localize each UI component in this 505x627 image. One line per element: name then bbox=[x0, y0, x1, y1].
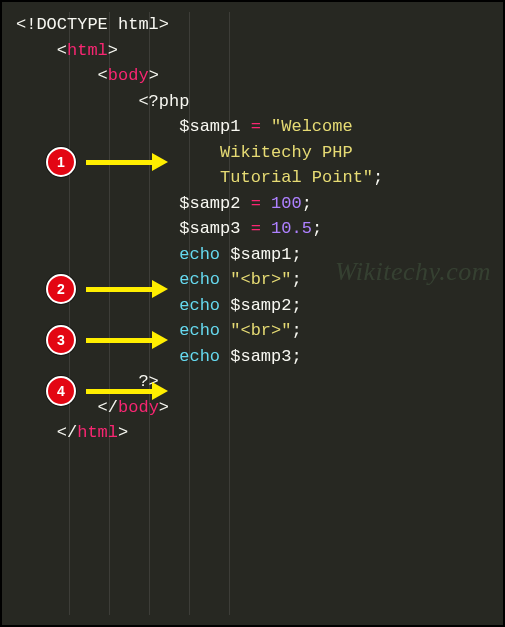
code-annotated-figure: <!DOCTYPE html> <html> <body> <?php $sam… bbox=[0, 0, 505, 627]
code-block: <!DOCTYPE html> <html> <body> <?php $sam… bbox=[16, 12, 489, 446]
code-text: <!DOCTYPE html> bbox=[16, 15, 169, 34]
